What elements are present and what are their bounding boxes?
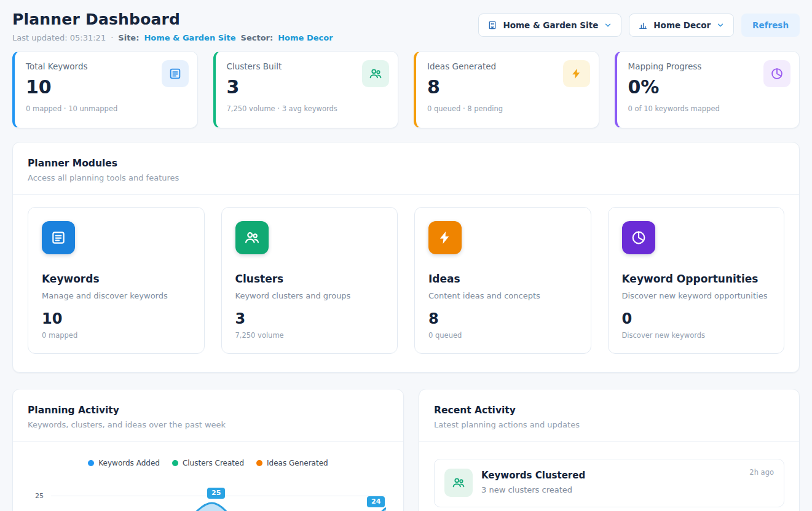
modules-panel-subtitle: Access all planning tools and features — [28, 173, 784, 182]
activity-item-title: Keywords Clustered — [481, 470, 585, 481]
stat-card-ideas-generated: Ideas Generated 8 0 queued · 8 pending — [414, 51, 599, 128]
legend-label: Keywords Added — [98, 459, 160, 467]
document-icon — [162, 60, 189, 87]
activity-chart: 25 25 24 — [28, 480, 388, 511]
activity-item-body: Keywords Clustered 3 new clusters create… — [481, 469, 585, 494]
lightning-icon — [428, 221, 462, 254]
refresh-button[interactable]: Refresh — [741, 14, 800, 37]
site-selector-value: Home & Garden Site — [503, 20, 598, 30]
stat-detail: 0 mapped · 10 unmapped — [26, 104, 186, 113]
stat-detail: 7,250 volume · 3 avg keywords — [227, 104, 387, 113]
planning-activity-subtitle: Keywords, clusters, and ideas over the p… — [28, 420, 388, 429]
y-axis-tick: 25 — [35, 492, 44, 500]
module-description: Keyword clusters and groups — [235, 291, 384, 300]
activity-item-description: 3 new clusters created — [481, 485, 585, 494]
module-detail: Discover new keywords — [622, 331, 771, 340]
module-value: 8 — [428, 310, 577, 327]
recent-activity-title: Recent Activity — [434, 405, 784, 416]
last-updated-text: Last updated: 05:31:21 — [12, 33, 106, 42]
planner-dashboard-page: Planner Dashboard Last updated: 05:31:21… — [0, 0, 812, 511]
header-meta: Last updated: 05:31:21 · Site: Home & Ga… — [12, 33, 333, 42]
stats-grid: Total Keywords 10 0 mapped · 10 unmapped… — [12, 51, 800, 128]
stat-detail: 0 of 10 keywords mapped — [628, 104, 789, 113]
data-point-label: 25 — [207, 488, 225, 499]
recent-activity-subtitle: Latest planning actions and updates — [434, 420, 784, 429]
site-selector-dropdown[interactable]: Home & Garden Site — [478, 14, 621, 37]
stat-card-total-keywords: Total Keywords 10 0 mapped · 10 unmapped — [12, 51, 198, 128]
sector-link[interactable]: Home Decor — [278, 33, 333, 42]
module-detail: 0 mapped — [42, 331, 191, 340]
chevron-down-icon — [604, 21, 612, 29]
stat-card-clusters-built: Clusters Built 3 7,250 volume · 3 avg ke… — [213, 51, 399, 128]
module-card-clusters[interactable]: Clusters Keyword clusters and groups 3 7… — [221, 207, 398, 354]
recent-activity-header: Recent Activity Latest planning actions … — [419, 389, 799, 442]
bottom-row: Planning Activity Keywords, clusters, an… — [12, 389, 800, 511]
sector-label: Sector: — [241, 33, 274, 42]
activity-list-item: Keywords Clustered 3 new clusters create… — [434, 459, 784, 507]
module-detail: 7,250 volume — [235, 331, 384, 340]
chevron-down-icon — [716, 21, 725, 29]
recent-activity-card: Recent Activity Latest planning actions … — [419, 389, 800, 511]
modules-grid: Keywords Manage and discover keywords 10… — [13, 195, 799, 372]
module-title: Keywords — [42, 273, 191, 285]
module-description: Manage and discover keywords — [42, 291, 191, 300]
legend-dot-orange — [256, 460, 262, 466]
module-description: Content ideas and concepts — [428, 291, 577, 300]
page-header: Planner Dashboard Last updated: 05:31:21… — [12, 11, 800, 42]
module-card-keywords[interactable]: Keywords Manage and discover keywords 10… — [28, 207, 205, 354]
modules-panel-header: Planner Modules Access all planning tool… — [13, 142, 799, 195]
document-icon — [42, 221, 75, 254]
legend-item-keywords-added: Keywords Added — [88, 459, 160, 467]
module-title: Ideas — [428, 273, 577, 285]
modules-panel-title: Planner Modules — [28, 158, 784, 169]
page-title: Planner Dashboard — [12, 11, 333, 28]
bar-chart-icon — [638, 20, 648, 30]
module-title: Clusters — [235, 273, 384, 285]
pie-chart-icon — [763, 60, 790, 87]
module-value: 3 — [235, 310, 384, 327]
planner-modules-panel: Planner Modules Access all planning tool… — [12, 142, 800, 373]
legend-item-clusters-created: Clusters Created — [172, 459, 244, 467]
module-card-ideas[interactable]: Ideas Content ideas and concepts 8 0 que… — [414, 207, 591, 354]
module-detail: 0 queued — [428, 331, 577, 340]
chart-legend: Keywords Added Clusters Created Ideas Ge… — [28, 459, 388, 467]
header-left: Planner Dashboard Last updated: 05:31:21… — [12, 11, 333, 42]
legend-label: Ideas Generated — [267, 459, 328, 467]
users-icon — [444, 469, 473, 497]
meta-separator: · — [111, 33, 113, 42]
data-point-label: 24 — [367, 496, 385, 507]
header-controls: Home & Garden Site Home Decor Refresh — [478, 14, 800, 37]
planning-activity-chart-area: Keywords Added Clusters Created Ideas Ge… — [13, 442, 403, 511]
activity-item-timestamp: 2h ago — [749, 468, 774, 477]
site-label: Site: — [118, 33, 139, 42]
sector-selector-value: Home Decor — [653, 20, 711, 30]
stat-card-mapping-progress: Mapping Progress 0% 0 of 10 keywords map… — [615, 51, 800, 128]
users-icon — [362, 60, 389, 87]
module-value: 0 — [622, 310, 771, 327]
recent-activity-list: Keywords Clustered 3 new clusters create… — [419, 442, 799, 507]
module-title: Keyword Opportunities — [622, 273, 771, 285]
planning-activity-title: Planning Activity — [28, 405, 388, 416]
stat-detail: 0 queued · 8 pending — [427, 104, 588, 113]
module-card-keyword-opportunities[interactable]: Keyword Opportunities Discover new keywo… — [608, 207, 785, 354]
module-value: 10 — [42, 310, 191, 327]
legend-dot-blue — [88, 460, 94, 466]
building-icon — [487, 20, 497, 30]
sector-selector-dropdown[interactable]: Home Decor — [629, 14, 734, 37]
planning-activity-header: Planning Activity Keywords, clusters, an… — [13, 389, 403, 442]
legend-item-ideas-generated: Ideas Generated — [256, 459, 328, 467]
planning-activity-card: Planning Activity Keywords, clusters, an… — [12, 389, 404, 511]
site-link[interactable]: Home & Garden Site — [144, 33, 235, 42]
users-icon — [235, 221, 269, 254]
lightning-icon — [563, 60, 590, 87]
module-description: Discover new keyword opportunities — [622, 291, 771, 300]
legend-label: Clusters Created — [183, 459, 244, 467]
legend-dot-green — [172, 460, 178, 466]
pie-chart-icon — [622, 221, 655, 254]
